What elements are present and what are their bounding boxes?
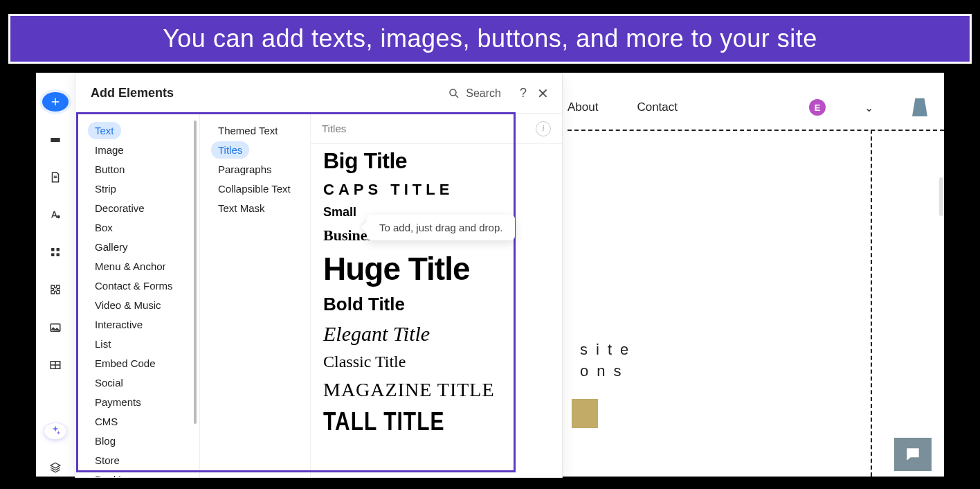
category-item-cms[interactable]: CMS [88,413,125,430]
svg-rect-5 [57,248,60,251]
svg-rect-7 [57,254,60,257]
category-item-list[interactable]: List [88,335,118,353]
site-body-line2: ons [580,361,637,382]
subcategory-item-themed-text[interactable]: Themed Text [211,122,284,139]
title-preview-bold[interactable]: Bold Title [323,294,550,315]
avatar[interactable]: E [809,99,826,116]
title-preview-big[interactable]: Big Title [323,148,550,174]
puzzle-icon[interactable] [43,281,68,299]
site-nav: About Contact E ⌄ [568,90,938,125]
text-style-icon[interactable] [43,206,68,224]
help-button[interactable]: ? [514,86,533,100]
subcategory-item-paragraphs[interactable]: Paragraphs [211,161,279,178]
title-preview-huge[interactable]: Huge Title [323,251,550,287]
svg-rect-1 [54,176,57,177]
site-body-text: site ons [580,339,637,382]
ai-sparkle-icon[interactable] [44,423,66,439]
category-item-store[interactable]: Store [88,452,127,469]
subcategory-item-titles[interactable]: Titles [211,141,249,159]
svg-point-12 [450,89,456,96]
title-preview-magazine[interactable]: MAGAZINE TITLE [323,379,550,401]
title-preview-elegant[interactable]: Elegant Title [323,322,550,346]
chevron-down-icon[interactable]: ⌄ [864,101,873,114]
guide-vertical [871,130,872,477]
nav-link-about[interactable]: About [568,100,598,114]
category-item-image[interactable]: Image [88,141,131,159]
shopping-bag-icon[interactable] [912,98,927,116]
table-icon[interactable] [43,356,68,374]
annotation-banner-text: You can add texts, images, buttons, and … [163,24,817,53]
category-scrollbar[interactable] [194,121,197,424]
chat-icon [904,445,922,463]
category-item-gallery[interactable]: Gallery [88,238,135,256]
subcategory-item-collapsible-text[interactable]: Collapsible Text [211,180,298,197]
svg-rect-6 [51,254,55,257]
category-item-bookings[interactable]: Bookings [88,471,145,477]
subcategory-column: Themed TextTitlesParagraphsCollapsible T… [200,114,311,477]
preview-section-header: Titles [322,123,346,134]
site-accent-block [572,399,598,428]
title-preview-classic[interactable]: Classic Title [323,353,550,372]
subcategory-item-text-mask[interactable]: Text Mask [211,199,272,217]
media-icon[interactable] [43,319,68,337]
category-item-menu-anchor[interactable]: Menu & Anchor [88,258,173,275]
svg-point-3 [57,215,60,219]
search-icon [448,87,460,100]
page-scrollbar[interactable] [939,177,943,216]
category-column: TextImageButtonStripDecorativeBoxGallery… [75,114,200,477]
preview-column: Titles i Big Title CAPS TITLE Small Busi… [311,114,562,477]
layers-icon[interactable] [43,459,68,477]
add-elements-panel: Add Elements Search ? ✕ TextImageButtonS… [75,73,563,478]
apps-icon[interactable] [43,243,68,261]
category-item-blog[interactable]: Blog [88,432,122,450]
tool-rail [36,73,75,477]
search-button[interactable]: Search [448,87,501,100]
search-label: Search [466,87,501,100]
add-elements-button[interactable] [42,92,69,112]
chat-button[interactable] [894,438,932,471]
category-item-box[interactable]: Box [88,219,120,236]
drag-drop-tooltip: To add, just drag and drop. [367,215,515,240]
category-item-button[interactable]: Button [88,161,131,178]
category-item-contact-forms[interactable]: Contact & Forms [88,277,180,294]
category-item-social[interactable]: Social [88,374,130,391]
guide-horizontal [568,130,944,131]
section-icon[interactable] [43,131,68,149]
category-item-decorative[interactable]: Decorative [88,199,152,217]
category-item-embed-code[interactable]: Embed Code [88,355,163,372]
title-preview-tall[interactable]: TALL TITLE [323,408,550,436]
svg-rect-0 [51,138,60,142]
nav-link-contact[interactable]: Contact [637,100,678,114]
category-item-payments[interactable]: Payments [88,393,148,411]
info-icon[interactable]: i [536,121,551,136]
page-icon[interactable] [43,168,68,186]
category-item-interactive[interactable]: Interactive [88,316,149,333]
category-item-text[interactable]: Text [88,122,121,139]
panel-header: Add Elements Search ? ✕ [75,73,562,114]
svg-rect-2 [54,177,57,178]
title-preview-caps[interactable]: CAPS TITLE [323,181,550,198]
site-body-line1: site [580,339,637,361]
close-button[interactable]: ✕ [533,85,552,102]
panel-title: Add Elements [91,86,448,100]
category-item-strip[interactable]: Strip [88,180,123,197]
category-item-video-music[interactable]: Video & Music [88,296,168,314]
svg-line-13 [456,95,459,98]
annotation-banner: You can add texts, images, buttons, and … [8,14,972,64]
svg-rect-4 [51,248,55,251]
